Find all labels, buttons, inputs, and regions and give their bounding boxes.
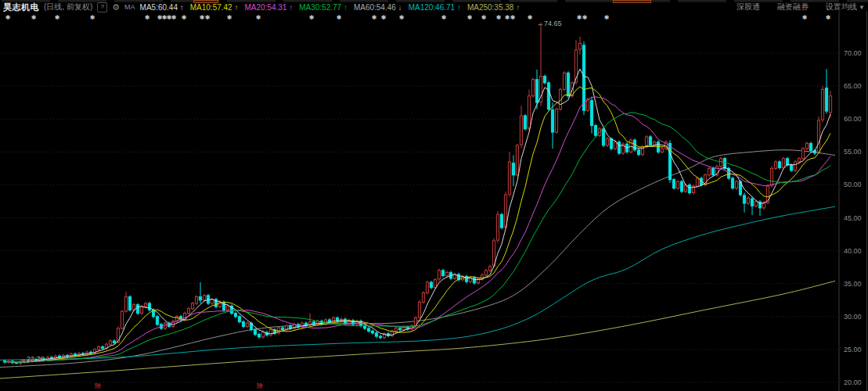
candlestick-chart[interactable]: 70.0065.0060.0055.0050.0045.0040.0035.00… [0, 0, 868, 391]
link-margin-trading[interactable]: 融资融券 [777, 2, 809, 13]
event-marker-icon: ✱ [604, 14, 610, 21]
candle-body [551, 109, 553, 132]
candle-body [418, 302, 420, 317]
candle-body [606, 138, 608, 145]
legend-ma120: MA120:46.71 ↑ [409, 3, 461, 12]
candle-body [708, 168, 710, 174]
candle-body [825, 88, 827, 111]
candle-body [590, 101, 592, 126]
candle-body [512, 163, 514, 175]
ma-group-label: MA [124, 3, 135, 11]
help-icon[interactable]: ? [97, 2, 107, 13]
candle-body [735, 181, 737, 188]
candle-body [774, 162, 776, 168]
gear-icon[interactable]: ⚙ [112, 3, 120, 12]
y-axis-label: 55.00 [844, 148, 862, 156]
candle-body [261, 332, 264, 337]
candle-body [531, 80, 534, 96]
candle-body [379, 336, 381, 338]
event-marker-icon: ✱ [496, 14, 502, 21]
candle-body [661, 149, 663, 152]
candle-body [649, 137, 651, 145]
event-marker-icon: ✱ [90, 14, 95, 21]
chevron-down-icon: ▼ [859, 4, 865, 11]
candle-body [445, 272, 448, 275]
event-marker-icon: ✱ [55, 14, 60, 21]
event-marker-icon: ✱ [5, 14, 11, 21]
link-ma-settings[interactable]: 设置均线▼ [826, 2, 865, 13]
y-axis-label: 60.00 [844, 115, 862, 123]
y-axis-label: 30.00 [844, 313, 862, 321]
event-marker-icon: ✱ [528, 14, 533, 21]
candle-body [496, 214, 499, 240]
candle-body [438, 271, 440, 279]
event-marker-icon: ✱ [481, 14, 487, 21]
candle-body [488, 267, 491, 271]
candle-body [50, 357, 52, 358]
chart-background [0, 0, 868, 391]
candle-body [211, 300, 213, 303]
candle-body [15, 363, 17, 364]
candle-body [281, 328, 283, 330]
candle-body [113, 341, 115, 343]
candle-body [817, 120, 819, 152]
stock-name: 昊志机电 [3, 2, 39, 13]
candle-body [254, 330, 256, 335]
dividend-marker-icon: 除 [257, 382, 263, 389]
candle-body [809, 143, 812, 150]
candle-body [195, 297, 197, 303]
candle-body [246, 323, 248, 326]
candle-body [645, 137, 647, 147]
event-marker-icon: ✱ [171, 14, 177, 21]
candle-body [805, 143, 808, 149]
candle-body [187, 309, 189, 314]
candle-body [441, 271, 444, 276]
event-marker-icon: ✱ [309, 14, 315, 21]
candle-body [434, 280, 436, 288]
candle-body [676, 181, 679, 188]
candle-body [782, 159, 784, 168]
event-marker-icon: ✱ [802, 14, 808, 21]
candle-body [528, 96, 530, 128]
chart-header: 昊志机电 (日线, 前复权) ? ⚙ MA MA5:60.44 ↑MA10:57… [0, 2, 868, 12]
price-annotation: ←74.65 [537, 20, 562, 27]
candle-body [156, 317, 158, 325]
candle-body [394, 328, 397, 331]
candle-body [148, 303, 150, 310]
candle-body [755, 201, 757, 206]
candle-body [582, 45, 585, 110]
candle-body [829, 96, 831, 113]
link-szse-connect[interactable]: 深股通 [737, 2, 760, 13]
candle-body [375, 333, 377, 336]
y-axis-label: 70.00 [844, 49, 862, 57]
candle-body [711, 168, 714, 174]
y-axis-label: 45.00 [844, 214, 862, 222]
candle-body [688, 185, 690, 192]
ma-legend: MA5:60.44 ↑MA10:57.42 ↑MA20:54.31 ↑MA30:… [140, 3, 520, 12]
candle-body [696, 178, 698, 186]
candle-body [770, 168, 773, 185]
candle-body [269, 330, 272, 335]
y-axis-label: 40.00 [844, 247, 862, 255]
event-marker-icon: ✱ [256, 14, 261, 21]
event-marker-icon: ✱ [441, 14, 447, 21]
candle-body [473, 278, 475, 283]
candle-body [614, 142, 616, 149]
candle-body [332, 317, 334, 322]
candle-body [140, 307, 142, 313]
event-marker-icon: ✱ [31, 14, 37, 21]
candle-body [121, 311, 123, 328]
candle-body [778, 162, 780, 168]
candle-body [747, 198, 749, 203]
candle-body [535, 80, 538, 102]
candle-body [543, 76, 546, 82]
candle-body [203, 296, 205, 300]
candle-body [289, 326, 291, 328]
event-marker-icon: ✱ [337, 14, 342, 21]
candle-body [234, 314, 236, 317]
candle-body [798, 159, 800, 162]
candle-body [398, 328, 401, 330]
event-marker-icon: ✱ [372, 14, 377, 21]
candle-body [563, 73, 565, 89]
candle-body [128, 297, 131, 310]
